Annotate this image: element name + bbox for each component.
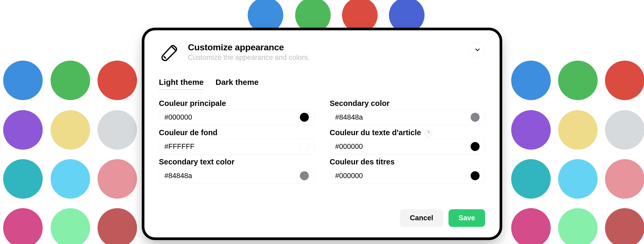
decor-dot [605,208,644,244]
save-button[interactable]: Save [448,209,485,227]
field-label: Secondary color [330,99,485,108]
secondary-color-input[interactable] [335,113,471,121]
decor-dot [511,208,551,244]
secondary-text-color-input[interactable] [164,172,300,180]
field-label: Secondary text color [159,158,314,166]
field-label: Couleur des titres [330,158,485,166]
decor-dot [558,61,598,100]
decor-dot [342,0,378,33]
decor-dot [97,110,137,150]
dialog-header: Customize appearance Customize the appea… [159,42,485,63]
field-primary-color: Couleur principale [159,99,314,125]
field-background-color: Couleur de fond [159,128,314,154]
dialog-title: Customize appearance [188,42,462,52]
dialog-subtitle: Customize the appearance and colors. [188,53,462,62]
tab-light-theme[interactable]: Light theme [159,78,204,90]
color-input-row[interactable] [159,139,314,154]
field-article-text-color: Couleur du texte d'article ? [330,128,485,154]
chevron-down-icon [474,46,481,53]
color-swatch[interactable] [471,142,480,151]
primary-color-input[interactable] [164,113,300,121]
theme-tabs: Light theme Dark theme [159,78,485,90]
decor-dot [3,110,43,150]
color-swatch[interactable] [300,142,309,151]
cancel-button[interactable]: Cancel [400,209,443,227]
field-titles-color: Couleur des titres [330,158,485,184]
decor-dot [248,0,283,33]
decor-dot [51,159,90,199]
titles-color-input[interactable] [335,172,471,180]
decor-dot [511,159,551,199]
brush-icon [159,42,180,63]
decor-dot [558,159,598,199]
color-swatch[interactable] [300,171,309,180]
decor-dot [51,208,90,244]
decor-dot [3,61,43,100]
color-input-row[interactable] [330,139,485,154]
field-label: Couleur principale [159,99,314,108]
decor-dot [51,61,90,100]
decor-dot [511,61,551,100]
help-icon[interactable]: ? [425,129,432,136]
customize-appearance-dialog: Customize appearance Customize the appea… [144,30,500,237]
tab-dark-theme[interactable]: Dark theme [216,78,258,90]
color-input-row[interactable] [159,168,314,184]
color-swatch[interactable] [471,113,480,122]
decor-dot [605,61,644,100]
color-input-row[interactable] [159,109,314,125]
field-secondary-color: Secondary color [330,99,485,125]
decor-dot [511,110,551,150]
color-swatch[interactable] [471,171,480,180]
decor-dot [558,208,598,244]
decor-dot [97,159,137,199]
field-label: Couleur du texte d'article [330,128,421,137]
decor-dot [558,110,598,150]
background-color-input[interactable] [164,143,300,151]
color-form: Couleur principale Secondary color Coule… [159,99,485,184]
decor-dot [295,0,331,33]
dialog-title-block: Customize appearance Customize the appea… [188,42,462,62]
decor-dot [3,159,43,199]
color-swatch[interactable] [300,113,309,122]
decor-dot [51,110,90,150]
decor-dot [97,61,137,100]
decor-dot [389,0,425,33]
article-text-color-input[interactable] [335,143,471,151]
color-input-row[interactable] [330,109,485,125]
color-input-row[interactable] [330,168,485,184]
decor-dot [605,159,644,199]
dialog-footer: Cancel Save [159,209,485,227]
field-label: Couleur de fond [159,128,314,137]
decor-dot [97,208,137,244]
decor-dot [3,208,43,244]
field-secondary-text-color: Secondary text color [159,158,314,184]
decor-dot [605,110,644,150]
collapse-button[interactable] [470,42,485,57]
